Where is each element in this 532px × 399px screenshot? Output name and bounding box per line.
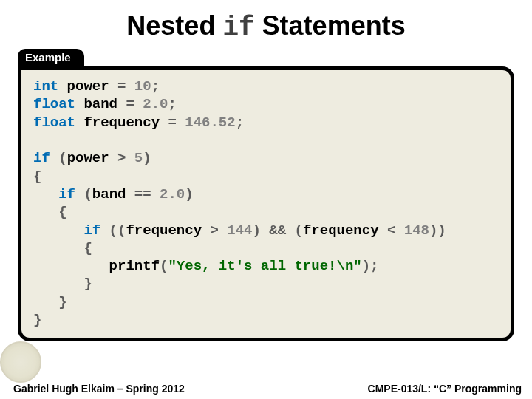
title-post: Statements: [255, 10, 406, 41]
seal-icon: [0, 341, 41, 383]
title-mono: if: [222, 13, 254, 43]
title-pre: Nested: [126, 10, 222, 41]
page-title: Nested if Statements: [0, 0, 532, 49]
example-panel: Example int power = 10; float band = 2.0…: [18, 49, 514, 341]
footer: Gabriel Hugh Elkaim – Spring 2012 CMPE-0…: [0, 383, 532, 395]
panel-label: Example: [18, 49, 84, 66]
code-text: int: [33, 78, 58, 95]
footer-right: CMPE-013/L: “C” Programming: [368, 383, 522, 395]
code-block: int power = 10; float band = 2.0; float …: [18, 66, 514, 341]
footer-left: Gabriel Hugh Elkaim – Spring 2012: [10, 383, 185, 395]
